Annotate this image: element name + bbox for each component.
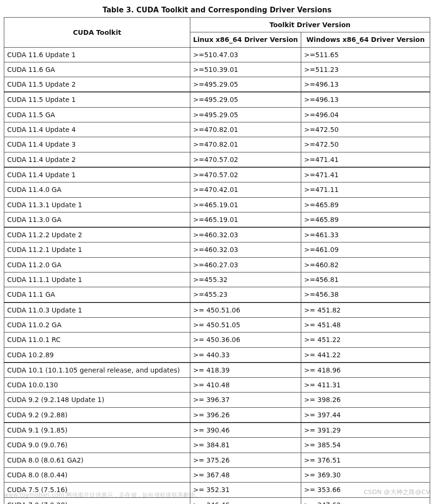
watermark-right: CSDN @大神之路@CV [364,488,430,496]
table-row: CUDA 11.3.0 GA>=465.19.01>=465.89 [4,212,430,227]
table-row: CUDA 11.5 Update 2>=495.29.05>=496.13 [4,77,430,92]
cell-linux: >=495.29.05 [190,77,301,92]
cell-windows: >=472.50 [301,137,430,152]
col-header-group: Toolkit Driver Version [190,18,430,32]
cell-windows: >=461.33 [301,227,430,242]
table-title: Table 3. CUDA Toolkit and Corresponding … [4,4,430,17]
table-row: CUDA 11.0.2 GA>= 450.51.05>= 451.48 [4,317,430,332]
table-row: CUDA 11.0.3 Update 1>= 450.51.06>= 451.8… [4,302,430,318]
cell-linux: >=470.42.01 [190,182,301,197]
cell-windows: >=511.23 [301,62,430,77]
cuda-driver-table: CUDA Toolkit Toolkit Driver Version Linu… [4,17,430,504]
cell-windows: >=461.09 [301,242,430,257]
cell-toolkit: CUDA 11.2.2 Update 2 [4,227,190,242]
cell-linux: >=470.57.02 [190,152,301,167]
cell-toolkit: CUDA 11.4.0 GA [4,182,190,197]
cell-linux: >=460.27.03 [190,257,301,272]
cell-toolkit: CUDA 9.2 (9.2.88) [4,407,190,423]
cell-toolkit: CUDA 11.4 Update 1 [4,167,190,182]
cell-windows: >=472.50 [301,122,430,137]
cell-toolkit: CUDA 11.3.0 GA [4,212,190,227]
cell-linux: >=460.32.03 [190,227,301,242]
cell-toolkit: CUDA 10.1 (10.1.105 general release, and… [4,363,190,378]
cell-windows: >= 451.48 [301,317,430,332]
col-header-linux: Linux x86_64 Driver Version [190,32,301,47]
cell-linux: >=495.29.05 [190,107,301,122]
cell-linux: >=510.47.03 [190,47,301,62]
table-row: CUDA 11.6 Update 1>=510.47.03>=511.65 [4,47,430,62]
cell-linux: >= 410.48 [190,378,301,393]
table-row: CUDA 10.2.89>= 440.33>= 441.22 [4,347,430,363]
table-row: CUDA 11.2.0 GA>=460.27.03>=460.82 [4,257,430,272]
cell-windows: >=511.65 [301,47,430,62]
table-row: CUDA 11.4 Update 1>=470.57.02>=471.41 [4,167,430,182]
table-row: CUDA 11.4 Update 3>=470.82.01>=472.50 [4,137,430,152]
cell-windows: >= 376.51 [301,453,430,467]
cell-toolkit: CUDA 11.5 Update 1 [4,92,190,107]
table-row: CUDA 10.1 (10.1.105 general release, and… [4,363,430,378]
cell-linux: >= 367.48 [190,467,301,482]
cell-windows: >= 451.22 [301,333,430,347]
cell-windows: >=471.41 [301,167,430,182]
cell-toolkit: CUDA 9.2 (9.2.148 Update 1) [4,393,190,407]
cell-linux: >=495.29.05 [190,92,301,107]
cell-linux: >= 384.81 [190,438,301,453]
cell-linux: >= 396.26 [190,407,301,423]
table-row: CUDA 11.3.1 Update 1>=465.19.01>=465.89 [4,197,430,212]
cell-toolkit: CUDA 11.4 Update 4 [4,122,190,137]
cell-linux: >=470.82.01 [190,137,301,152]
cell-linux: >=470.82.01 [190,122,301,137]
cell-toolkit: CUDA 11.2.1 Update 1 [4,242,190,257]
table-row: CUDA 11.6 GA>=510.39.01>=511.23 [4,62,430,77]
cell-linux: >=455.23 [190,287,301,302]
cell-toolkit: CUDA 11.5 GA [4,107,190,122]
cell-linux: >= 390.46 [190,423,301,438]
cell-linux: >=470.57.02 [190,167,301,182]
table-row: CUDA 9.2 (9.2.88)>= 396.26>= 397.44 [4,407,430,423]
cell-linux: >=465.19.01 [190,212,301,227]
cell-windows: >= 418.96 [301,363,430,378]
table-row: CUDA 11.1.1 Update 1>=455.32>=456.81 [4,272,430,287]
cell-linux: >=455.32 [190,272,301,287]
cell-linux: >= 352.31 [190,483,301,497]
cell-toolkit: CUDA 10.2.89 [4,347,190,363]
table-row: CUDA 11.4.0 GA>=470.42.01>=471.11 [4,182,430,197]
table-row: CUDA 11.0.1 RC>= 450.36.06>= 451.22 [4,333,430,347]
cell-linux: >= 346.46 [190,497,301,504]
cell-toolkit: CUDA 11.3.1 Update 1 [4,197,190,212]
table-row: CUDA 9.2 (9.2.148 Update 1)>= 396.37>= 3… [4,393,430,407]
cell-linux: >= 450.51.06 [190,302,301,318]
cell-windows: >=465.89 [301,197,430,212]
table-row: CUDA 11.1 GA>=455.23>=456.38 [4,287,430,302]
cell-toolkit: CUDA 10.0.130 [4,378,190,393]
cell-toolkit: CUDA 11.0.3 Update 1 [4,302,190,318]
table-row: CUDA 11.5 GA>=495.29.05>=496.04 [4,107,430,122]
cell-toolkit: CUDA 11.1.1 Update 1 [4,272,190,287]
cell-toolkit: CUDA 9.0 (9.0.76) [4,438,190,453]
cell-toolkit: CUDA 8.0 (8.0.61 GA2) [4,453,190,467]
cell-windows: >=456.38 [301,287,430,302]
cell-toolkit: CUDA 11.6 Update 1 [4,47,190,62]
cell-windows: >=496.13 [301,77,430,92]
cell-linux: >= 450.51.05 [190,317,301,332]
table-row: CUDA 11.4 Update 2>=470.57.02>=471.41 [4,152,430,167]
table-row: CUDA 9.0 (9.0.76)>= 384.81>= 385.54 [4,438,430,453]
cell-linux: >= 396.37 [190,393,301,407]
cell-windows: >= 369.30 [301,467,430,482]
table-row: CUDA 11.5 Update 1>=495.29.05>=496.13 [4,92,430,107]
cell-toolkit: CUDA 11.4 Update 3 [4,137,190,152]
cell-toolkit: CUDA 11.6 GA [4,62,190,77]
cell-windows: >=465.89 [301,212,430,227]
cell-toolkit: CUDA 11.2.0 GA [4,257,190,272]
cell-toolkit: CUDA 11.1 GA [4,287,190,302]
watermark-left: www.toymoban.com 网络图片仅供展示，非存储，如有侵权请联系删除。 [4,491,201,499]
cell-linux: >=510.39.01 [190,62,301,77]
table-row: CUDA 11.2.1 Update 1>=460.32.03>=461.09 [4,242,430,257]
cell-toolkit: CUDA 11.0.1 RC [4,333,190,347]
table-row: CUDA 10.0.130>= 410.48>= 411.31 [4,378,430,393]
cell-toolkit: CUDA 11.0.2 GA [4,317,190,332]
cell-windows: >= 385.54 [301,438,430,453]
cell-windows: >= 441.22 [301,347,430,363]
cell-linux: >= 450.36.06 [190,333,301,347]
table-header-row-1: CUDA Toolkit Toolkit Driver Version [4,18,430,32]
